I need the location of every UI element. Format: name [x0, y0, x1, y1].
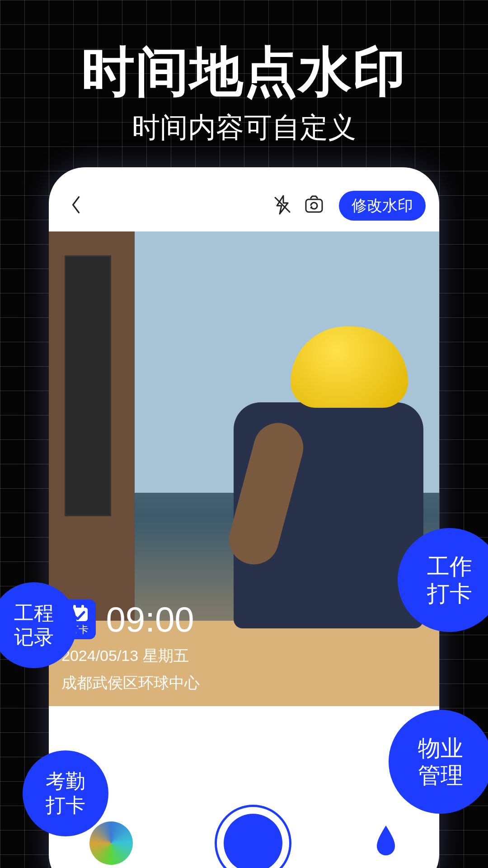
shutter-inner-icon	[224, 814, 282, 868]
viewfinder-art-door	[65, 255, 112, 517]
promo-headline: 时间地点水印	[0, 36, 488, 108]
svg-rect-6	[81, 605, 84, 610]
camera-controls-bar	[49, 796, 439, 868]
app-header: 修改水印	[49, 167, 439, 226]
chevron-left-icon	[70, 195, 82, 215]
camera-switch-button[interactable]	[298, 194, 330, 217]
camera-viewfinder[interactable]: 打卡 09:00 2024/05/13 星期五 成都武侯区环球中心	[49, 231, 439, 706]
flash-off-icon	[272, 194, 293, 216]
droplet-icon	[373, 824, 399, 856]
watermark-date: 2024/05/13 星期五	[61, 646, 200, 666]
flash-toggle-button[interactable]	[267, 194, 298, 217]
watermark-overlay[interactable]: 打卡 09:00 2024/05/13 星期五 成都武侯区环球中心	[61, 599, 200, 693]
phone-mockup: 修改水印 打卡 09:00	[49, 167, 439, 868]
feature-bubble-attendance-checkin: 考勤 打卡	[23, 750, 108, 836]
svg-rect-2	[306, 199, 322, 212]
shutter-button[interactable]	[215, 805, 291, 868]
camera-switch-icon	[303, 194, 325, 216]
edit-watermark-button[interactable]: 修改水印	[339, 191, 426, 221]
watermark-location: 成都武侯区环球中心	[61, 673, 200, 693]
gallery-thumbnail-button[interactable]	[89, 821, 133, 865]
feature-bubble-property-management: 物业 管理	[389, 710, 488, 814]
promo-subhead: 时间内容可自定义	[0, 108, 488, 146]
watermark-time: 09:00	[106, 602, 194, 637]
watermark-style-button[interactable]	[373, 824, 399, 863]
back-button[interactable]	[62, 195, 89, 217]
